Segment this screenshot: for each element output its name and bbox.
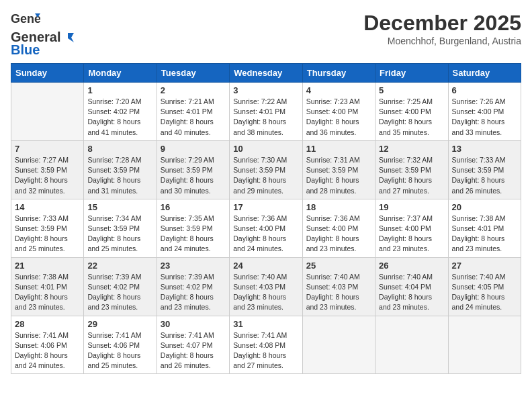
sunset-text: Sunset: 3:59 PM [379,166,431,174]
calendar-cell [11,83,84,141]
sunrise-text: Sunrise: 7:28 AM [87,156,141,164]
sunrise-text: Sunrise: 7:27 AM [15,156,69,164]
sunset-text: Sunset: 4:01 PM [233,107,285,116]
cell-content: Sunrise: 7:40 AMSunset: 4:05 PMDaylight:… [452,272,517,313]
cell-content: Sunrise: 7:41 AMSunset: 4:07 PMDaylight:… [161,330,226,371]
calendar-cell: 13Sunrise: 7:33 AMSunset: 3:59 PMDayligh… [448,140,521,199]
sunset-text: Sunset: 4:04 PM [379,283,431,291]
daylight-text: Daylight: 8 hoursand 31 minutes. [87,176,140,194]
sunset-text: Sunset: 4:02 PM [87,107,140,116]
sunrise-text: Sunrise: 7:20 AM [87,97,141,105]
daylight-text: Daylight: 8 hoursand 24 minutes. [15,351,68,369]
cell-content: Sunrise: 7:37 AMSunset: 4:00 PMDaylight:… [379,214,444,255]
sunrise-text: Sunrise: 7:36 AM [233,214,287,222]
sunrise-text: Sunrise: 7:38 AM [452,214,506,222]
day-number: 13 [452,144,517,154]
day-number: 22 [87,261,152,271]
day-number: 15 [87,202,152,212]
location: Moenchhof, Burgenland, Austria [363,36,521,46]
sunset-text: Sunset: 4:03 PM [306,283,359,291]
sunset-text: Sunset: 4:00 PM [379,224,431,232]
cell-content: Sunrise: 7:33 AMSunset: 3:59 PMDaylight:… [452,155,517,196]
day-number: 19 [379,202,444,212]
sunset-text: Sunset: 4:00 PM [233,224,285,232]
day-number: 17 [233,202,298,212]
daylight-text: Daylight: 8 hoursand 25 minutes. [15,234,68,253]
calendar-cell: 18Sunrise: 7:36 AMSunset: 4:00 PMDayligh… [302,199,375,257]
day-number: 21 [15,261,80,271]
sunset-text: Sunset: 3:59 PM [452,166,504,174]
sunset-text: Sunset: 4:00 PM [379,107,431,116]
weekday-header-sunday: Sunday [11,64,84,83]
calendar-cell: 30Sunrise: 7:41 AMSunset: 4:07 PMDayligh… [157,316,229,374]
sunset-text: Sunset: 4:06 PM [87,341,140,349]
day-number: 31 [233,319,298,329]
cell-content: Sunrise: 7:41 AMSunset: 4:06 PMDaylight:… [15,330,80,371]
cell-content: Sunrise: 7:31 AMSunset: 3:59 PMDaylight:… [306,155,371,196]
sunset-text: Sunset: 3:59 PM [233,166,285,174]
daylight-text: Daylight: 8 hoursand 41 minutes. [87,118,140,136]
day-number: 26 [379,261,444,271]
calendar-cell: 26Sunrise: 7:40 AMSunset: 4:04 PMDayligh… [375,257,448,316]
week-row-2: 7Sunrise: 7:27 AMSunset: 3:59 PMDaylight… [11,140,521,199]
cell-content: Sunrise: 7:41 AMSunset: 4:08 PMDaylight:… [233,330,298,371]
cell-content: Sunrise: 7:26 AMSunset: 4:00 PMDaylight:… [452,97,517,138]
calendar-cell: 2Sunrise: 7:21 AMSunset: 4:01 PMDaylight… [157,83,229,141]
cell-content: Sunrise: 7:33 AMSunset: 3:59 PMDaylight:… [15,214,80,255]
sunrise-text: Sunrise: 7:35 AM [161,214,214,222]
calendar-cell: 19Sunrise: 7:37 AMSunset: 4:00 PMDayligh… [375,199,448,257]
calendar-cell [302,316,375,374]
sunrise-text: Sunrise: 7:41 AM [87,331,141,339]
calendar-cell: 21Sunrise: 7:38 AMSunset: 4:01 PMDayligh… [11,257,84,316]
day-number: 30 [161,319,226,329]
calendar-cell: 15Sunrise: 7:34 AMSunset: 3:59 PMDayligh… [84,199,157,257]
weekday-header-row: SundayMondayTuesdayWednesdayThursdayFrid… [11,64,521,83]
daylight-text: Daylight: 8 hoursand 23 minutes. [379,234,432,253]
day-number: 25 [306,261,371,271]
daylight-text: Daylight: 8 hoursand 23 minutes. [379,293,432,311]
day-number: 23 [161,261,226,271]
cell-content: Sunrise: 7:40 AMSunset: 4:03 PMDaylight:… [233,272,298,313]
day-number: 4 [306,85,371,95]
calendar-cell: 3Sunrise: 7:22 AMSunset: 4:01 PMDaylight… [230,83,302,141]
cell-content: Sunrise: 7:36 AMSunset: 4:00 PMDaylight:… [233,214,298,255]
sunset-text: Sunset: 3:59 PM [15,166,67,174]
calendar-cell: 23Sunrise: 7:39 AMSunset: 4:02 PMDayligh… [157,257,229,316]
daylight-text: Daylight: 8 hoursand 23 minutes. [233,293,286,311]
cell-content: Sunrise: 7:27 AMSunset: 3:59 PMDaylight:… [15,155,80,196]
daylight-text: Daylight: 8 hoursand 24 minutes. [452,293,505,311]
week-row-5: 28Sunrise: 7:41 AMSunset: 4:06 PMDayligh… [11,316,521,374]
sunset-text: Sunset: 4:00 PM [306,224,359,232]
daylight-text: Daylight: 8 hoursand 33 minutes. [452,118,505,136]
cell-content: Sunrise: 7:29 AMSunset: 3:59 PMDaylight:… [161,155,226,196]
day-number: 20 [452,202,517,212]
cell-content: Sunrise: 7:39 AMSunset: 4:02 PMDaylight:… [161,272,226,313]
calendar-cell: 6Sunrise: 7:26 AMSunset: 4:00 PMDaylight… [448,83,521,141]
daylight-text: Daylight: 8 hoursand 40 minutes. [161,118,214,136]
sunrise-text: Sunrise: 7:30 AM [233,156,287,164]
sunrise-text: Sunrise: 7:37 AM [379,214,433,222]
day-number: 24 [233,261,298,271]
logo-flag-icon [62,32,74,44]
sunrise-text: Sunrise: 7:41 AM [15,331,69,339]
title-area: December 2025 Moenchhof, Burgenland, Aus… [363,11,521,46]
calendar-cell: 10Sunrise: 7:30 AMSunset: 3:59 PMDayligh… [230,140,302,199]
daylight-text: Daylight: 8 hoursand 23 minutes. [161,293,214,311]
cell-content: Sunrise: 7:28 AMSunset: 3:59 PMDaylight:… [87,155,152,196]
calendar-cell: 7Sunrise: 7:27 AMSunset: 3:59 PMDaylight… [11,140,84,199]
day-number: 11 [306,144,371,154]
sunset-text: Sunset: 4:07 PM [161,341,213,349]
calendar-cell [375,316,448,374]
day-number: 10 [233,144,298,154]
day-number: 5 [379,85,444,95]
svg-marker-2 [68,33,74,42]
cell-content: Sunrise: 7:20 AMSunset: 4:02 PMDaylight:… [87,97,152,138]
daylight-text: Daylight: 8 hoursand 27 minutes. [379,176,432,194]
cell-content: Sunrise: 7:22 AMSunset: 4:01 PMDaylight:… [233,97,298,138]
daylight-text: Daylight: 8 hoursand 25 minutes. [87,351,140,369]
daylight-text: Daylight: 8 hoursand 36 minutes. [306,118,359,136]
sunrise-text: Sunrise: 7:25 AM [379,97,433,105]
daylight-text: Daylight: 8 hoursand 23 minutes. [452,234,505,253]
calendar-cell: 28Sunrise: 7:41 AMSunset: 4:06 PMDayligh… [11,316,84,374]
logo-icon: General [11,11,40,30]
